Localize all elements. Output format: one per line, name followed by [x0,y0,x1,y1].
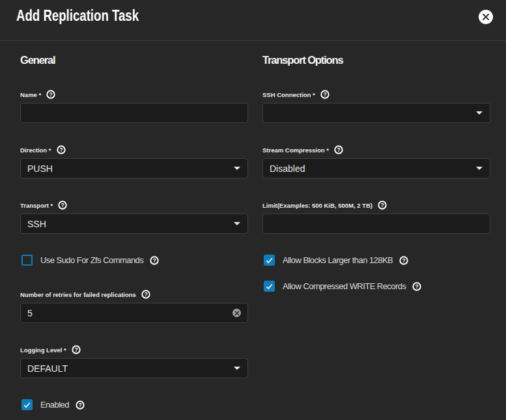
close-icon [482,13,490,21]
retries-value: 5 [27,308,232,318]
logging-level-value: DEFAULT [27,363,234,374]
transport-caret-icon [234,222,240,225]
stream-compression-caret-icon [476,167,483,170]
stream-compression-label: Stream Compression * [262,147,329,154]
svg-text:?: ? [415,283,419,290]
transport-options-section-heading: Transport Options [262,54,343,66]
field-label-row: Number of retries for failed replication… [20,290,248,299]
name-input[interactable] [20,103,248,123]
name-help-icon[interactable]: ? [46,90,55,99]
direction-field: Direction * ? PUSH [20,145,248,154]
transport-label: Transport * [20,202,53,209]
ssh-connection-label: SSH Connection * [262,91,315,98]
svg-text:?: ? [402,257,406,264]
transport-help-icon[interactable]: ? [58,201,67,210]
limit-field: Limit(Examples: 500 KiB, 500M, 2 TB) ? [262,201,490,210]
limit-input[interactable] [262,214,490,234]
enabled-checkbox[interactable] [21,399,33,410]
direction-help-icon[interactable]: ? [57,145,66,154]
transport-select[interactable]: SSH [20,214,248,234]
enabled-row: Enabled ? [20,399,85,410]
direction-caret-icon [234,167,240,170]
retries-clear-button[interactable] [232,309,241,317]
name-field: Name * ? [20,90,248,99]
transport-field: Transport * ? SSH [20,201,248,210]
svg-text:?: ? [144,291,147,298]
allow-blocks-row: Allow Blocks Larger than 128KB ? [262,255,408,266]
retries-input[interactable]: 5 [20,303,248,323]
general-section-heading: General [20,54,55,66]
svg-text:?: ? [337,147,340,153]
use-sudo-help-icon[interactable]: ? [150,256,159,265]
name-label: Name * [20,91,41,98]
allow-compressed-label: Allow Compressed WRITE Records [283,281,406,291]
field-label-row: Stream Compression * ? [262,145,490,154]
svg-text:?: ? [61,202,64,208]
allow-compressed-row: Allow Compressed WRITE Records ? [262,281,421,292]
direction-value: PUSH [27,163,234,174]
field-label-row: Transport * ? [20,201,248,210]
direction-label: Direction * [20,147,51,154]
field-label-row: Name * ? [20,90,248,99]
transport-value: SSH [27,219,234,229]
allow-blocks-label: Allow Blocks Larger than 128KB [283,255,393,265]
dialog-title: Add Replication Task [16,7,139,25]
retries-help-icon[interactable]: ? [141,290,150,299]
logging-level-field: Logging Level * ? DEFAULT [20,345,248,354]
close-button[interactable] [479,10,493,24]
use-sudo-row: Use Sudo For Zfs Commands ? [20,255,159,266]
ssh-connection-select[interactable] [262,103,490,123]
allow-blocks-help-icon[interactable]: ? [399,256,408,265]
stream-compression-field: Stream Compression * ? Disabled [262,145,490,154]
svg-text:?: ? [49,91,53,98]
ssh-connection-caret-icon [476,111,483,115]
enabled-label: Enabled [40,400,69,410]
svg-text:?: ? [78,402,81,408]
field-label-row: Logging Level * ? [20,345,248,354]
dialog-header: Add Replication Task [0,0,506,41]
check-icon [265,282,274,291]
add-replication-task-dialog: Add Replication Task General Transport O… [0,0,506,420]
svg-text:?: ? [59,147,63,153]
svg-text:?: ? [153,257,156,264]
logging-level-label: Logging Level * [20,346,66,354]
field-label-row: Direction * ? [20,145,248,154]
stream-compression-value: Disabled [270,163,476,174]
field-label-row: Limit(Examples: 500 KiB, 500M, 2 TB) ? [262,201,490,210]
allow-compressed-help-icon[interactable]: ? [412,282,421,291]
use-sudo-checkbox[interactable] [21,255,33,266]
stream-compression-help-icon[interactable]: ? [334,145,343,154]
limit-label: Limit(Examples: 500 KiB, 500M, 2 TB) [262,202,372,209]
svg-text:?: ? [323,91,326,98]
ssh-connection-field: SSH Connection * ? [262,90,490,99]
retries-field: Number of retries for failed replication… [20,290,248,299]
svg-text:?: ? [74,346,77,353]
svg-text:?: ? [380,202,384,208]
enabled-help-icon[interactable]: ? [76,400,85,410]
logging-level-help-icon[interactable]: ? [72,345,81,354]
field-label-row: SSH Connection * ? [262,90,490,99]
check-icon [23,400,31,410]
allow-blocks-checkbox[interactable] [264,255,275,266]
direction-select[interactable]: PUSH [20,158,248,178]
use-sudo-label: Use Sudo For Zfs Commands [40,255,143,265]
logging-level-select[interactable]: DEFAULT [20,358,248,378]
limit-help-icon[interactable]: ? [378,201,387,210]
retries-label: Number of retries for failed replication… [20,291,136,298]
clear-icon [234,311,240,316]
ssh-connection-help-icon[interactable]: ? [320,90,330,99]
check-icon [265,256,274,265]
allow-compressed-checkbox[interactable] [264,281,275,292]
stream-compression-select[interactable]: Disabled [262,158,490,178]
logging-level-caret-icon [234,367,240,370]
